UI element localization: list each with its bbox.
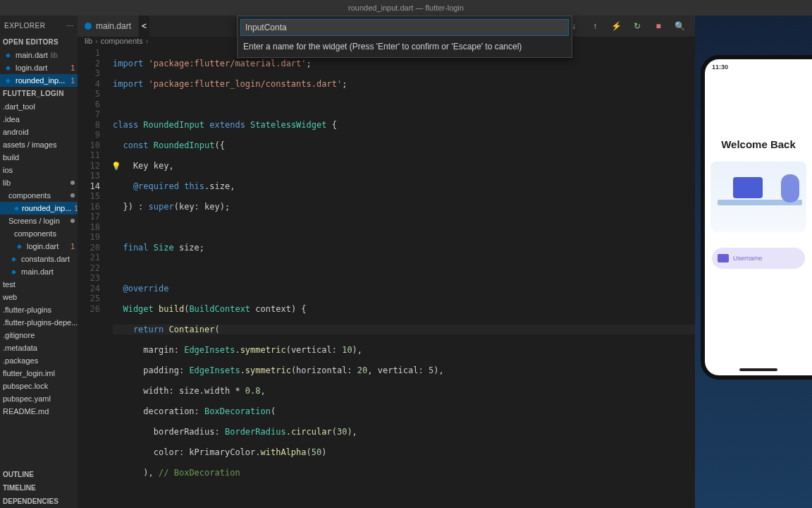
dart-icon: ◆ [3, 75, 13, 85]
file-item[interactable]: ◆main.dart [0, 265, 78, 278]
welcome-heading: Welcome Back [705, 138, 812, 150]
file-item[interactable]: README.md [0, 405, 78, 418]
simulator-panel: 11:30 Welcome Back Username [695, 16, 812, 508]
devtools-icon[interactable]: 🔍 [672, 19, 687, 33]
dependencies-panel[interactable]: DEPENDENCIES [0, 495, 78, 508]
illustration-image [710, 162, 806, 232]
file-item[interactable]: .flutter-plugins-depe... [0, 316, 78, 329]
open-editor-item[interactable]: ◆ login.dart 1 [0, 61, 78, 74]
lightbulb-icon[interactable]: 💡 [111, 162, 121, 172]
window-title: rounded_input.dart — flutter-login [0, 0, 812, 16]
sidebar: EXPLORER ⋯ OPEN EDITORS ◆ main.dart lib … [0, 16, 78, 508]
username-input[interactable]: Username [712, 248, 805, 269]
folder-item[interactable]: android [0, 126, 78, 138]
more-icon[interactable]: ⋯ [66, 22, 74, 30]
timeline-panel[interactable]: TIMELINE [0, 481, 78, 495]
modified-dot [70, 181, 75, 185]
open-editor-item[interactable]: ◆ rounded_inp... 1 [0, 74, 78, 87]
dart-icon: ◆ [8, 254, 18, 264]
stop-icon[interactable]: ■ [651, 19, 665, 33]
file-item[interactable]: .flutter-plugins [0, 303, 78, 316]
tab-rounded-input[interactable]: < [139, 16, 149, 37]
dart-icon: ◆ [14, 203, 19, 213]
file-item[interactable]: .metadata [0, 341, 78, 354]
chevron-icon: › [146, 37, 149, 45]
restart-icon[interactable]: ↻ [630, 19, 644, 33]
folder-item[interactable]: .idea [0, 113, 78, 126]
file-item[interactable]: ◆login.dart1 [0, 240, 78, 253]
editor: main.dart < ⋮⋮ ❚❚ ↷ ↓ ↑ ⚡ ↻ ■ 🔍 lib › co… [78, 16, 695, 508]
folder-item[interactable]: test [0, 278, 78, 291]
file-item[interactable]: ◆rounded_inp...1 [0, 202, 78, 214]
phone-frame: 11:30 Welcome Back Username [701, 55, 812, 380]
dart-icon: ◆ [14, 241, 24, 251]
dart-icon: ◆ [3, 63, 13, 73]
line-gutter: 1234567891011121314151617181920212223242… [78, 45, 110, 508]
explorer-label: EXPLORER [4, 22, 45, 30]
error-badge: 1 [70, 77, 75, 85]
project-label[interactable]: FLUTTER_LOGIN [0, 87, 78, 100]
file-item[interactable]: flutter_login.iml [0, 367, 78, 380]
hot-reload-icon[interactable]: ⚡ [609, 19, 623, 33]
chevron-icon: › [95, 37, 98, 45]
folder-item[interactable]: web [0, 291, 78, 303]
open-editor-item[interactable]: ◆ main.dart lib [0, 49, 78, 61]
folder-item[interactable]: .dart_tool [0, 100, 78, 113]
folder-item[interactable]: components [0, 189, 78, 202]
folder-item[interactable]: assets / images [0, 138, 78, 151]
file-item[interactable]: ◆constants.dart [0, 253, 78, 265]
file-item[interactable]: .gitignore [0, 329, 78, 341]
folder-item[interactable]: components [0, 227, 78, 240]
error-badge: 1 [70, 243, 75, 250]
open-editors-label[interactable]: OPEN EDITORS [0, 35, 78, 49]
home-indicator [739, 368, 777, 371]
modified-dot [70, 193, 75, 198]
file-tree: .dart_tool.ideaandroidassets / imagesbui… [0, 100, 78, 418]
tab-main[interactable]: main.dart [78, 16, 138, 37]
file-item[interactable]: .packages [0, 354, 78, 367]
folder-item[interactable]: build [0, 151, 78, 164]
error-badge: 1 [70, 64, 75, 72]
folder-item[interactable]: ios [0, 164, 78, 176]
modified-dot [70, 219, 75, 223]
rename-input[interactable] [240, 19, 569, 36]
dart-icon [85, 23, 92, 30]
code-editor[interactable]: 1234567891011121314151617181920212223242… [78, 45, 695, 508]
dart-icon: ◆ [3, 50, 13, 60]
file-item[interactable]: pubspec.yaml [0, 392, 78, 405]
mail-icon [718, 254, 729, 262]
folder-item[interactable]: Screens / login [0, 214, 78, 227]
rename-hint: Enter a name for the widget (Press 'Ente… [238, 39, 572, 57]
outline-panel[interactable]: OUTLINE [0, 468, 78, 481]
open-editors-list: ◆ main.dart lib ◆ login.dart 1 ◆ rounded… [0, 49, 78, 87]
folder-item[interactable]: lib [0, 176, 78, 189]
phone-time: 11:30 [712, 64, 728, 71]
step-out-icon[interactable]: ↑ [588, 19, 602, 33]
file-item[interactable]: pubspec.lock [0, 380, 78, 392]
code-content[interactable]: import 'package:flutter/material.dart'; … [110, 45, 695, 508]
rename-widget-prompt: Enter a name for the widget (Press 'Ente… [237, 16, 572, 58]
dart-icon: ◆ [8, 267, 18, 277]
